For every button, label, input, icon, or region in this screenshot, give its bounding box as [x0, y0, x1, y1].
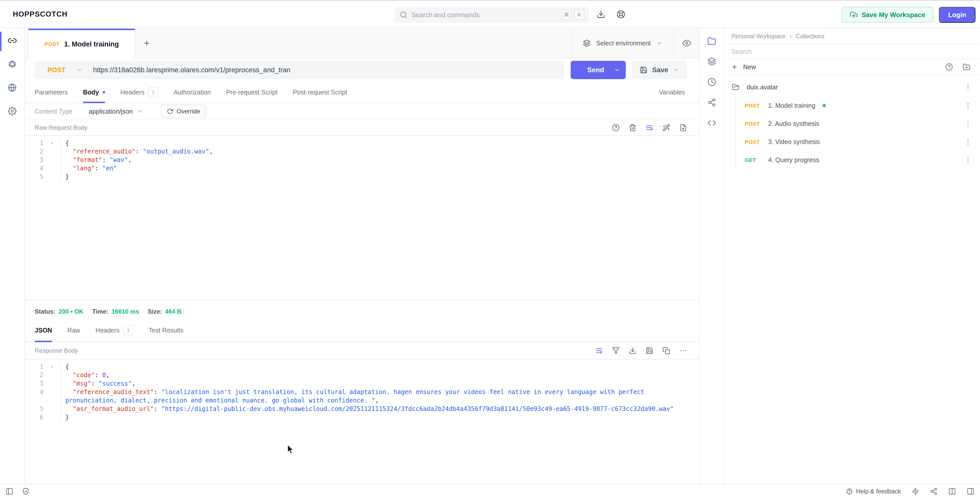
kbd-cmd: ⌘ — [562, 10, 572, 20]
collections-search-input[interactable] — [732, 48, 972, 56]
panel-right-icon[interactable] — [967, 487, 974, 495]
size-label: Size: — [148, 308, 162, 315]
filter-icon[interactable] — [612, 347, 620, 354]
tab-authorization[interactable]: Authorization — [173, 82, 211, 103]
request-item-audio-systhesis[interactable]: POST 2. Audio systhesis — [735, 115, 980, 133]
method-dropdown[interactable]: POST — [35, 66, 93, 74]
response-body-editor[interactable]: 1▾{2 "code": 0,3 "msg": "success",4 "ref… — [25, 359, 699, 484]
environments-layers-icon[interactable] — [708, 57, 716, 66]
response-status-row: Status:200 • OK Time:16610 ms Size:464 B — [25, 300, 699, 319]
request-menu-icon[interactable] — [964, 102, 972, 110]
chevron-down-icon — [673, 67, 679, 73]
login-button[interactable]: Login — [939, 7, 975, 23]
global-search[interactable]: ⌘ K — [395, 7, 589, 23]
more-options-icon[interactable] — [679, 347, 687, 354]
share-requests-icon[interactable] — [708, 98, 716, 107]
code-line: 5 "asr_format_audio_url": "https://digit… — [25, 405, 699, 413]
folder-menu-icon[interactable] — [964, 83, 972, 91]
shortcuts-zap-icon[interactable] — [912, 487, 919, 495]
help-circle-icon — [846, 488, 853, 495]
import-export-icon[interactable] — [963, 63, 970, 71]
login-label: Login — [948, 11, 966, 19]
override-button[interactable]: Override — [161, 104, 206, 118]
collections-folder-icon[interactable] — [708, 37, 716, 45]
layers-icon — [583, 39, 590, 47]
wrap-lines-icon[interactable] — [595, 347, 603, 354]
environment-selector-label: Select environment — [596, 40, 651, 47]
nav-settings-gear-icon[interactable] — [8, 107, 17, 115]
tab-post-request-script[interactable]: Post-request Script — [293, 82, 347, 103]
request-tab[interactable]: POST 1. Model training — [28, 29, 135, 58]
right-panel-rail — [700, 29, 724, 484]
tab-json[interactable]: JSON — [35, 319, 52, 342]
request-item-query-progress[interactable]: GET 4. Query progress — [735, 151, 980, 169]
request-body-editor[interactable]: 1▾{2 "reference_audio": "output_audio.wa… — [25, 136, 699, 300]
new-tab-button[interactable] — [135, 29, 158, 58]
collection-folder-row[interactable]: duix.avatar — [724, 78, 980, 97]
toggle-sidebar-icon[interactable] — [6, 487, 13, 495]
url-group: POST — [35, 61, 564, 79]
request-method-label: POST — [745, 139, 768, 145]
save-request-button[interactable]: Save — [632, 61, 687, 79]
app-header: HOPPSCOTCH ⌘ K Save My Workspace Login — [0, 0, 980, 28]
request-options-tabs: Parameters Body Headers1 Authorization P… — [25, 82, 699, 103]
prettify-wand-icon[interactable] — [662, 124, 670, 131]
content-type-label: Content Type — [35, 108, 89, 115]
copy-file-icon[interactable] — [679, 124, 687, 131]
code-line: 2 "reference_audio": "output_audio.wav", — [25, 147, 699, 156]
history-clock-icon[interactable] — [708, 78, 716, 86]
code-line: 4 "lang": "en" — [25, 164, 699, 172]
global-search-input[interactable] — [411, 11, 559, 19]
breadcrumb-workspace[interactable]: Personal Workspace — [732, 33, 786, 40]
request-menu-icon[interactable] — [964, 138, 972, 146]
help-feedback-button[interactable]: Help & feedback — [846, 488, 901, 495]
help-circle-icon[interactable] — [612, 124, 620, 131]
url-input[interactable] — [93, 66, 564, 74]
tab-raw[interactable]: Raw — [67, 319, 80, 342]
send-button[interactable]: Send — [571, 61, 626, 79]
request-menu-icon[interactable] — [964, 156, 972, 164]
request-menu-icon[interactable] — [964, 120, 972, 128]
request-item-video-synthesis[interactable]: POST 3. Video synthesis — [735, 133, 980, 151]
code-line: 6} — [25, 413, 699, 421]
environment-quick-peek-button[interactable] — [674, 29, 699, 58]
cloud-upload-icon — [850, 11, 858, 19]
wrap-lines-icon[interactable] — [646, 124, 653, 131]
request-item-label: 3. Video synthesis — [768, 138, 820, 145]
share-icon[interactable] — [930, 487, 938, 495]
tab-parameters[interactable]: Parameters — [35, 82, 68, 103]
support-icon[interactable] — [617, 10, 625, 19]
save-my-workspace-button[interactable]: Save My Workspace — [842, 7, 934, 23]
collections-search[interactable] — [724, 44, 980, 59]
status-bar: Help & feedback — [0, 484, 980, 498]
generated-code-icon[interactable] — [708, 118, 716, 127]
help-circle-icon[interactable] — [945, 63, 953, 71]
response-body-toolbar: Response Body — [25, 342, 699, 359]
request-method-label: GET — [745, 157, 768, 163]
tab-response-headers[interactable]: Headers1 — [95, 319, 134, 342]
app-logo: HOPPSCOTCH — [13, 10, 68, 18]
content-type-dropdown[interactable]: application/json — [89, 108, 143, 115]
new-collection-button[interactable]: New — [732, 63, 756, 71]
copy-response-icon[interactable] — [662, 347, 670, 354]
columns-layout-icon[interactable] — [948, 487, 956, 495]
tab-headers[interactable]: Headers1 — [121, 82, 159, 103]
nav-rest-link-icon[interactable] — [8, 36, 17, 45]
save-response-icon[interactable] — [646, 347, 653, 354]
tab-variables[interactable]: Variables — [659, 82, 685, 103]
download-app-icon[interactable] — [597, 10, 605, 19]
nav-graphql-icon[interactable] — [8, 60, 17, 69]
environment-selector[interactable]: Select environment — [571, 29, 674, 58]
raw-request-body-label: Raw Request Body — [35, 124, 87, 131]
nav-realtime-globe-icon[interactable] — [8, 83, 17, 92]
interceptor-shield-icon[interactable] — [22, 487, 30, 495]
refresh-icon — [167, 108, 173, 115]
tab-pre-request-script[interactable]: Pre-request Script — [226, 82, 277, 103]
tab-test-results[interactable]: Test Results — [149, 319, 183, 342]
clear-trash-icon[interactable] — [629, 124, 636, 131]
request-method-label: POST — [745, 103, 768, 109]
tab-title: 1. Model training — [64, 40, 119, 48]
download-response-icon[interactable] — [629, 347, 636, 354]
request-item-model-training[interactable]: POST 1. Model training — [735, 97, 980, 115]
tab-body[interactable]: Body — [83, 82, 105, 103]
